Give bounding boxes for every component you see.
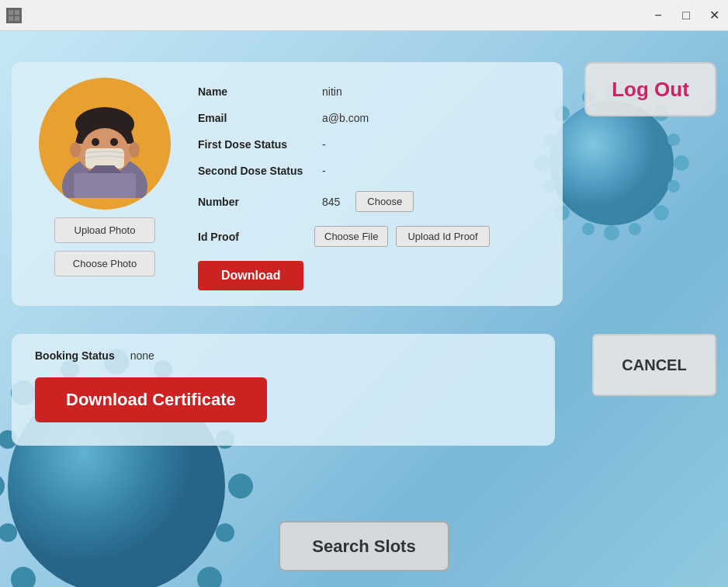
first-dose-label: First Dose Status bbox=[198, 138, 307, 151]
app-icon bbox=[6, 8, 22, 23]
booking-status-label: Booking Status bbox=[35, 349, 115, 362]
number-row: Number 845 Choose bbox=[198, 191, 547, 212]
choose-inline-button[interactable]: Choose bbox=[355, 191, 414, 212]
name-value: nitin bbox=[322, 85, 342, 98]
svg-rect-49 bbox=[74, 173, 136, 198]
svg-rect-0 bbox=[9, 10, 13, 15]
avatar-circle bbox=[39, 78, 171, 210]
booking-card: Booking Status none Download Certificate bbox=[12, 334, 555, 446]
email-row: Email a@b.com bbox=[198, 112, 547, 124]
number-value: 845 bbox=[322, 196, 340, 208]
svg-point-46 bbox=[70, 142, 81, 158]
minimize-button[interactable]: − bbox=[650, 8, 666, 23]
window-controls: − □ ✕ bbox=[650, 8, 722, 23]
download-certificate-button[interactable]: Download Certificate bbox=[35, 377, 267, 422]
svg-point-45 bbox=[110, 138, 118, 146]
profile-card: Upload Photo Choose Photo Name nitin Ema… bbox=[12, 62, 563, 306]
svg-rect-2 bbox=[9, 16, 13, 21]
title-bar: − □ ✕ bbox=[0, 0, 728, 31]
second-dose-label: Second Dose Status bbox=[198, 165, 307, 177]
first-dose-value: - bbox=[322, 138, 326, 151]
svg-point-44 bbox=[92, 138, 99, 146]
upload-id-button[interactable]: Upload Id Proof bbox=[396, 226, 489, 247]
first-dose-row: First Dose Status - bbox=[198, 138, 547, 151]
main-content: Log Out bbox=[0, 31, 728, 587]
avatar-image bbox=[50, 89, 159, 198]
logout-button[interactable]: Log Out bbox=[584, 62, 716, 116]
choose-photo-button[interactable]: Choose Photo bbox=[54, 251, 155, 276]
maximize-button[interactable]: □ bbox=[678, 8, 694, 23]
choose-file-button[interactable]: Choose File bbox=[314, 226, 388, 247]
booking-status-row: Booking Status none bbox=[35, 349, 532, 362]
svg-rect-1 bbox=[15, 10, 19, 15]
name-label: Name bbox=[198, 85, 307, 98]
booking-status-value: none bbox=[130, 349, 154, 362]
close-button[interactable]: ✕ bbox=[706, 8, 722, 23]
cancel-button[interactable]: CANCEL bbox=[592, 334, 716, 396]
info-section: Name nitin Email a@b.com First Dose Stat… bbox=[198, 78, 547, 290]
download-button[interactable]: Download bbox=[198, 261, 303, 290]
email-value: a@b.com bbox=[322, 112, 369, 124]
svg-rect-3 bbox=[15, 16, 19, 21]
id-proof-row: Id Proof Choose File Upload Id Proof bbox=[198, 226, 547, 247]
number-label: Number bbox=[198, 196, 307, 208]
avatar-section: Upload Photo Choose Photo bbox=[27, 78, 182, 290]
email-label: Email bbox=[198, 112, 307, 124]
svg-point-47 bbox=[129, 142, 140, 158]
upload-photo-button[interactable]: Upload Photo bbox=[54, 217, 155, 243]
name-row: Name nitin bbox=[198, 85, 547, 98]
search-slots-button[interactable]: Search Slots bbox=[279, 521, 449, 571]
second-dose-value: - bbox=[322, 165, 326, 177]
id-proof-label: Id Proof bbox=[198, 231, 307, 243]
second-dose-row: Second Dose Status - bbox=[198, 165, 547, 177]
